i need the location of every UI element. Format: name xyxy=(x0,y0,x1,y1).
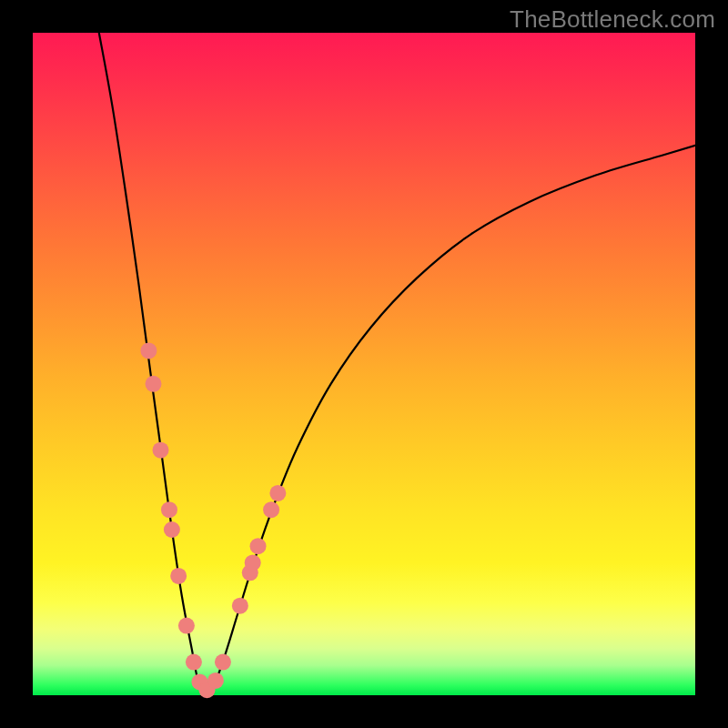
chart-frame: TheBottleneck.com xyxy=(0,0,728,728)
watermark-text: TheBottleneck.com xyxy=(510,5,715,34)
curve-left-branch xyxy=(99,33,205,692)
data-marker xyxy=(164,521,180,538)
data-marker xyxy=(186,654,202,671)
data-marker xyxy=(269,485,286,501)
curve-group xyxy=(99,33,695,692)
data-marker xyxy=(178,618,195,634)
data-marker xyxy=(170,568,187,584)
data-marker xyxy=(145,376,161,392)
data-marker xyxy=(215,654,231,671)
data-marker xyxy=(153,442,169,459)
curve-right-branch xyxy=(205,146,695,693)
marker-group xyxy=(140,342,286,698)
data-marker xyxy=(250,538,267,554)
data-marker xyxy=(232,598,248,614)
data-marker xyxy=(140,342,157,359)
data-marker xyxy=(245,554,261,571)
data-marker xyxy=(207,672,224,689)
data-marker xyxy=(161,501,177,518)
plot-area xyxy=(33,33,695,695)
chart-svg xyxy=(33,33,695,695)
data-marker xyxy=(263,501,279,518)
